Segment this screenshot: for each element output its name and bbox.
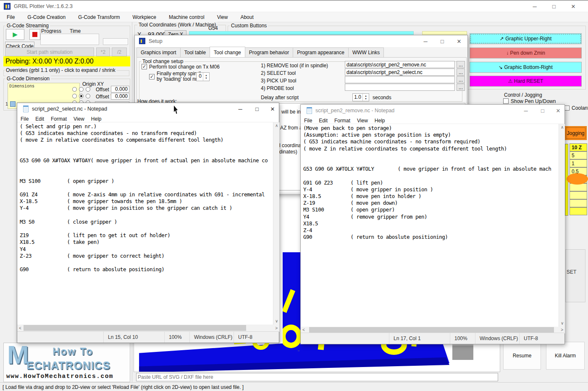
tab-program-appearance[interactable]: Program appearance xyxy=(293,48,349,57)
notepad1-menu-view[interactable]: View xyxy=(70,115,88,122)
setup-close-button[interactable]: ✕ xyxy=(451,35,467,47)
close-button[interactable]: ✕ xyxy=(564,0,583,12)
offset-y-field[interactable] xyxy=(111,93,129,100)
notepad2-menu-edit[interactable]: Edit xyxy=(315,116,331,124)
notepad1-maximize-button[interactable]: □ xyxy=(249,103,265,115)
notepad1-text-area[interactable]: ( Select and grip pen nr.) ( G53 indicat… xyxy=(17,122,273,325)
setup-maximize-button[interactable]: □ xyxy=(434,35,451,47)
menu-workpiece[interactable]: Workpiece xyxy=(129,13,159,21)
notepad1-status-zoom[interactable]: 100% xyxy=(164,332,189,343)
notepad1-menu-format[interactable]: Format xyxy=(47,115,70,122)
maximize-button[interactable]: □ xyxy=(544,0,564,12)
logo-how-to: How To xyxy=(52,346,93,357)
notepad1-vscrollbar[interactable]: ∧ ∨ xyxy=(273,122,279,325)
jogging-button[interactable]: Jogging xyxy=(564,126,587,140)
remove-script-field[interactable] xyxy=(345,61,455,68)
jog-indicator-ellipse xyxy=(567,173,588,185)
notepad1-menu-edit[interactable]: Edit xyxy=(32,115,47,122)
origin-radio[interactable] xyxy=(79,87,84,92)
tab-tool-table[interactable]: Tool table xyxy=(180,48,210,57)
jog-step-5[interactable]: 5 xyxy=(570,151,587,159)
notepad2-menu-help[interactable]: Help xyxy=(371,116,388,124)
stream-play-button[interactable]: ▶ xyxy=(6,29,24,40)
browse-select-button[interactable]: ... xyxy=(457,69,465,76)
tab-tool-change[interactable]: Tool change xyxy=(210,47,245,57)
speed-mul2-button[interactable]: *2 xyxy=(96,48,110,56)
browse-remove-button[interactable]: ... xyxy=(457,61,465,68)
offset-x-field[interactable] xyxy=(111,86,129,92)
menu-view[interactable]: View xyxy=(214,13,231,21)
custom-button-graphic-upper-right[interactable]: ↗ Graphic Upper-Right xyxy=(470,33,582,44)
tab-graphics-import[interactable]: Graphics import xyxy=(136,48,181,57)
notepad2-menu-format[interactable]: Format xyxy=(331,116,354,124)
custom-button-graphic-bottom-right[interactable]: ↘ Graphic Bottom-Right xyxy=(470,62,582,73)
kill-alarm-button[interactable]: Kill Alarm xyxy=(546,342,585,370)
jog-step-empty[interactable] xyxy=(570,207,587,215)
notepad2-menu-view[interactable]: View xyxy=(354,116,371,124)
jog-step-header[interactable]: 10 Z xyxy=(570,143,587,151)
speed-div2-button[interactable]: /2 xyxy=(112,48,127,56)
spinner-arrows[interactable]: ▲▼ xyxy=(203,73,209,81)
minimize-button[interactable]: ─ xyxy=(525,0,544,12)
tab-www-links[interactable]: WWW Links xyxy=(348,48,384,57)
custom-button-strip-1[interactable] xyxy=(189,31,414,35)
resume-button[interactable]: Resume xyxy=(503,342,541,370)
browse-probe-button[interactable]: ... xyxy=(457,84,465,91)
empty-spindle-label-2: by 'loading' tool nr.: xyxy=(157,76,200,82)
app-icon xyxy=(4,3,10,10)
custom-button-hard-reset[interactable]: ⚠ Hard RESET xyxy=(470,76,582,87)
origin-radio-selected[interactable] xyxy=(79,94,84,98)
origin-radio[interactable] xyxy=(86,94,90,98)
origin-radio[interactable] xyxy=(72,94,77,98)
menu-gcode-transform[interactable]: G-Code Transform xyxy=(75,13,123,21)
notepad1-hscrollbar[interactable]: < > xyxy=(17,325,279,332)
notepad2-close-button[interactable]: ✕ xyxy=(551,105,565,116)
probe-script-field[interactable] xyxy=(345,84,455,91)
svg-url-input[interactable] xyxy=(136,373,498,381)
select-script-field[interactable] xyxy=(345,69,455,76)
notepad2-text-area[interactable]: (Move pen back to pen storage) (Assumpti… xyxy=(301,124,559,327)
notepad2-vscrollbar[interactable]: ∧ ∨ xyxy=(559,124,565,327)
browse-pickup-button[interactable]: ... xyxy=(457,76,465,83)
notepad1-hscroll-thumb[interactable] xyxy=(24,325,246,331)
spinner-arrows[interactable]: ▲▼ xyxy=(362,94,369,101)
tab-program-behavior[interactable]: Program behavior xyxy=(245,48,293,57)
menu-gcode-creation[interactable]: G-Code Creation xyxy=(24,13,69,21)
notepad1-close-button[interactable]: ✕ xyxy=(265,103,280,115)
custom-button-pen-down-zmin[interactable]: ↓ Pen down Zmin xyxy=(470,48,582,58)
notepad2-maximize-button[interactable]: □ xyxy=(534,105,551,116)
pickup-script-field[interactable] xyxy=(345,76,455,83)
overrides-label[interactable]: Overrides (grbl 1.1 only) - click to exp… xyxy=(5,67,117,73)
jog-step-1[interactable]: 1 xyxy=(570,159,587,167)
setup-minimize-button[interactable]: ─ xyxy=(417,35,434,47)
notepad1-title: script_pen2_select.nc - Notepad xyxy=(32,106,107,112)
menu-about[interactable]: About xyxy=(237,13,257,21)
origin-radio[interactable] xyxy=(72,87,77,92)
empty-spindle-checkbox[interactable] xyxy=(149,74,155,79)
origin-radio[interactable] xyxy=(86,87,90,92)
notepad1-menu-file[interactable]: File xyxy=(17,115,32,122)
custom-buttons-label: Custom Buttons xyxy=(230,23,268,29)
notepad2-hscroll-thumb[interactable] xyxy=(309,327,554,333)
notepad2-titlebar: script_pen2_remove.nc - Notepad ─ □ ✕ xyxy=(301,105,564,116)
reset-panel-partial[interactable]: SET xyxy=(565,249,585,302)
notepad1-minimize-button[interactable]: ─ xyxy=(232,103,249,115)
start-simulation-button[interactable]: Start path simulation xyxy=(5,48,94,56)
main-titlebar: GRBL Plotter Ver.:1.6.2.3 ─ □ ✕ xyxy=(0,0,588,12)
delay-spinner[interactable]: 1.0 ▲▼ xyxy=(352,93,369,101)
overrides-group[interactable]: Overrides (grbl 1.1 only) - click to exp… xyxy=(3,70,129,76)
notepad2-minimize-button[interactable]: ─ xyxy=(517,105,534,116)
stream-stop-button[interactable] xyxy=(29,29,40,40)
notepad2-statusbar: Ln 17, Col 1 100% Windows (CRLF) UTF-8 xyxy=(301,333,564,344)
perform-toolchange-checkbox[interactable] xyxy=(142,64,147,69)
menu-machine-control[interactable]: Machine control xyxy=(165,13,208,21)
notepad2-status-zoom[interactable]: 100% xyxy=(450,333,475,344)
notepad2-menu-file[interactable]: File xyxy=(301,116,315,124)
jog-step-empty[interactable] xyxy=(570,191,587,199)
custom-button-strip-2[interactable] xyxy=(422,31,467,35)
menu-file[interactable]: File xyxy=(3,13,18,21)
notepad1-menu-help[interactable]: Help xyxy=(88,115,105,122)
tool-nr-spinner[interactable]: 0 ▲▼ xyxy=(196,72,210,81)
jog-step-empty[interactable] xyxy=(570,199,587,207)
show-pen-checkbox[interactable] xyxy=(503,98,509,104)
